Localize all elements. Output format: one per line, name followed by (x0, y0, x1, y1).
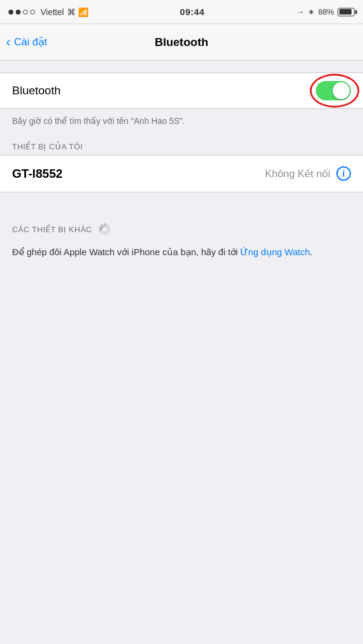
svg-line-8 (100, 230, 102, 232)
dot2 (16, 10, 21, 15)
dot4 (30, 10, 35, 15)
status-bar: Viettel ⌘ 📶 09:44 → ∗ 88% (0, 0, 363, 24)
status-right: → ∗ 88% (296, 7, 355, 16)
battery-fill (339, 9, 352, 15)
bluetooth-row: Bluetooth (0, 73, 363, 108)
top-spacer (0, 60, 363, 73)
svg-line-5 (106, 232, 107, 234)
toggle-container (316, 81, 351, 100)
my-devices-section: GT-I8552 Không Kết nối i (0, 155, 363, 192)
nav-bar: ‹ Cài đặt Bluetooth (0, 24, 363, 60)
wifi-icon: ⌘ 📶 (67, 7, 88, 17)
bluetooth-toggle[interactable] (316, 81, 351, 100)
content: Bluetooth Bây giờ có thể tìm thấy với tê… (0, 60, 363, 268)
spinner-icon (98, 223, 111, 236)
bluetooth-label: Bluetooth (12, 84, 60, 97)
svg-line-4 (107, 230, 110, 232)
battery-icon (338, 8, 355, 16)
watch-description-part2: . (310, 247, 312, 257)
page-title: Bluetooth (155, 36, 209, 49)
watch-description-part1: Để ghép đôi Apple Watch với iPhone của b… (12, 247, 240, 257)
signal-dots (8, 10, 35, 15)
device-name: GT-I8552 (12, 167, 62, 181)
watch-app-link[interactable]: Ứng dụng Watch (240, 247, 310, 257)
info-icon: i (342, 169, 345, 178)
svg-line-2 (107, 227, 110, 228)
status-left: Viettel ⌘ 📶 (8, 7, 88, 17)
toggle-knob (333, 82, 350, 99)
svg-line-11 (102, 224, 103, 227)
back-chevron-icon: ‹ (6, 36, 10, 49)
other-devices-label: CÁC THIẾT BỊ KHÁC (12, 225, 92, 234)
location-icon: → (296, 7, 304, 16)
device-connection-status: Không Kết nối (265, 168, 330, 180)
carrier-label: Viettel (41, 7, 64, 17)
bluetooth-status-icon: ∗ (308, 7, 315, 16)
my-devices-header: THIẾT BỊ CỦA TÔI (0, 136, 363, 155)
other-devices-description: Để ghép đôi Apple Watch với iPhone của b… (0, 239, 363, 268)
back-label: Cài đặt (14, 36, 47, 48)
bluetooth-description: Bây giờ có thể tìm thấy với tên "Anh Hao… (0, 109, 363, 136)
battery-percent: 88% (318, 7, 334, 16)
svg-line-10 (100, 227, 102, 228)
status-time: 09:44 (180, 7, 204, 17)
device-status: Không Kết nối i (265, 166, 351, 181)
back-button[interactable]: ‹ Cài đặt (6, 36, 47, 49)
mid-spacer (0, 192, 363, 204)
battery-icon-container (338, 8, 355, 16)
other-devices-section: CÁC THIẾT BỊ KHÁC Để ghép đôi Apple Watc… (0, 216, 363, 268)
info-button[interactable]: i (336, 166, 351, 181)
dot3 (23, 10, 28, 15)
svg-line-1 (106, 224, 107, 227)
other-devices-header: CÁC THIẾT BỊ KHÁC (0, 216, 363, 239)
bluetooth-section: Bluetooth (0, 73, 363, 109)
svg-line-7 (102, 232, 103, 234)
dot1 (8, 10, 13, 15)
device-row[interactable]: GT-I8552 Không Kết nối i (0, 155, 363, 192)
